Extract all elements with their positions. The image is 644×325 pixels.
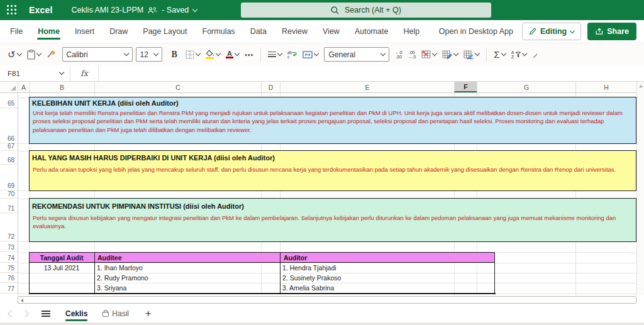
find-button[interactable] <box>532 50 537 59</box>
editing-mode-button[interactable]: Editing <box>522 23 581 40</box>
autosum-button[interactable]: Σ <box>494 49 505 60</box>
sheet-list-menu-icon[interactable] <box>42 311 50 317</box>
column-header-h[interactable]: H <box>575 82 636 92</box>
row-header-65[interactable]: 65 <box>0 97 18 108</box>
wrap-text-button[interactable]: abc <box>287 50 297 58</box>
format-painter-button[interactable] <box>47 50 57 59</box>
row-header-72[interactable]: 72 <box>0 213 18 241</box>
scroll-left-icon[interactable] <box>21 299 23 302</box>
saved-status: - Saved <box>162 6 189 14</box>
bold-button[interactable]: B <box>172 50 177 60</box>
row-header-71[interactable]: 71 <box>0 199 18 213</box>
undo-button[interactable]: ↺ <box>8 50 21 59</box>
formula-input[interactable] <box>99 65 644 81</box>
row-header-70[interactable]: 70 <box>0 190 18 199</box>
column-header-a[interactable]: A <box>18 82 29 92</box>
menu-automate[interactable]: Automate <box>347 20 396 43</box>
more-font-options-button[interactable]: ••• <box>245 51 254 58</box>
decrease-decimal-button[interactable]: .00→.0 <box>408 50 416 59</box>
format-as-table-button[interactable] <box>421 50 436 58</box>
column-header-c[interactable]: C <box>94 82 261 92</box>
menu-data[interactable]: Data <box>243 20 274 43</box>
sheet-tab-hasil[interactable]: Hasil <box>103 304 129 322</box>
font-size-combo[interactable]: 12 <box>136 47 162 62</box>
cell-auditee-3[interactable]: 3. Sriyana <box>97 283 273 293</box>
search-bar[interactable]: Search (Alt + Q) <box>241 3 491 18</box>
fill-color-button[interactable] <box>206 50 220 59</box>
row-header-76[interactable]: 76 <box>0 273 18 283</box>
row-header-74[interactable]: 74 <box>0 252 18 263</box>
menu-formulas[interactable]: Formulas <box>195 20 243 43</box>
document-title[interactable]: Ceklis AMI 23-LPPM - Saved <box>72 6 197 14</box>
row-header-75[interactable]: 75 <box>0 263 18 273</box>
share-button[interactable]: Share <box>587 23 636 40</box>
saved-chevron-icon[interactable] <box>192 6 197 11</box>
section-perbaikan-body-cell[interactable]: Perlu ada uraian tupoksi yang lebih jela… <box>29 165 636 191</box>
number-format-combo[interactable]: General <box>324 47 389 62</box>
menu-page-layout[interactable]: Page Layout <box>135 20 194 43</box>
font-color-button[interactable]: A <box>226 50 239 58</box>
column-header-b[interactable]: B <box>29 82 94 92</box>
cell-auditor-1[interactable]: 1. Hendra Tjahjadi <box>282 263 484 273</box>
section-kelebihan-title-cell[interactable]: KELEBIHAN UNIT KERJA (diisi oleh Auditor… <box>29 97 636 109</box>
menu-draw[interactable]: Draw <box>102 20 135 43</box>
menu-help[interactable]: Help <box>396 20 427 43</box>
sheet-tab-ceklis[interactable]: Ceklis <box>65 304 87 322</box>
wrap-text-icon: abc <box>287 50 297 58</box>
row-header-66[interactable]: 66 <box>0 108 18 143</box>
name-box[interactable]: F81 <box>0 65 70 81</box>
menu-view[interactable]: View <box>315 20 347 43</box>
section-rekomendasi-title-cell[interactable]: REKOMENDASI UNTUK PIMPINAN INSTITUSI (di… <box>29 198 636 214</box>
cell-styles-button[interactable] <box>464 50 479 59</box>
cell-auditor-3[interactable]: 3. Amelia Sabrina <box>282 283 484 293</box>
cell-auditee-1[interactable]: 1. Ihan Martoyo <box>97 263 273 273</box>
menu-home[interactable]: Home <box>30 20 67 43</box>
row-header-67[interactable]: 67 <box>0 143 18 151</box>
open-in-desktop-button[interactable]: Open in Desktop App <box>439 27 513 36</box>
menu-insert[interactable]: Insert <box>67 20 102 43</box>
worksheet-grid[interactable]: 65 66 67 68 69 70 71 72 73 74 75 76 77 K… <box>0 93 636 295</box>
audit-table-header-auditor[interactable]: Auditor <box>281 253 489 262</box>
font-name-combo[interactable]: Calibri <box>62 47 133 62</box>
audit-table-header-tanggal[interactable]: Tanggal Audit <box>30 253 94 262</box>
section-rekomendasi-body-cell[interactable]: Perlu segera disusun kebijakan yang meng… <box>29 213 636 242</box>
section-kelebihan-body-cell[interactable]: Unit kerja telah memiliki Renstra peneli… <box>29 108 636 144</box>
column-header-e[interactable]: E <box>280 82 454 92</box>
sheet-nav-prev-icon[interactable] <box>8 310 14 317</box>
paste-button[interactable] <box>27 50 41 60</box>
align-button[interactable] <box>268 52 282 57</box>
horizontal-scrollbar[interactable] <box>18 296 636 304</box>
svg-text:c: c <box>287 55 290 58</box>
column-header-f-selected[interactable]: F <box>454 82 477 92</box>
menu-review[interactable]: Review <box>274 20 315 43</box>
audit-table-header-auditee[interactable]: Auditee <box>95 253 277 262</box>
scroll-up-icon[interactable] <box>639 85 643 87</box>
row-header-68[interactable]: 68 <box>0 151 18 165</box>
cell-styles-icon <box>464 50 474 59</box>
name-box-chevron-icon <box>59 70 64 75</box>
borders-icon <box>186 50 194 59</box>
sheet-nav-next-icon[interactable] <box>21 310 28 317</box>
add-sheet-button[interactable]: + <box>145 308 151 319</box>
row-header-77[interactable]: 77 <box>0 283 18 294</box>
fx-button[interactable]: fx <box>70 65 99 81</box>
menu-file[interactable]: File <box>3 20 30 43</box>
app-launcher-icon[interactable] <box>6 4 18 16</box>
cell-tanggal-audit-value[interactable]: 13 Juli 2021 <box>29 263 94 273</box>
row-header-69[interactable]: 69 <box>0 165 18 190</box>
column-header-d[interactable]: D <box>261 82 280 92</box>
vertical-scrollbar[interactable] <box>636 82 644 295</box>
merge-cells-button[interactable] <box>303 51 318 58</box>
increase-decimal-button[interactable]: ←0.00 <box>395 50 402 59</box>
audit-table-header-row[interactable]: Tanggal Audit Auditee Auditor <box>29 252 495 263</box>
section-perbaikan-title-cell[interactable]: HAL YANG MASIH HARUS DIPERBAIKI DI UNIT … <box>29 150 636 165</box>
row-header-73[interactable]: 73 <box>0 241 18 252</box>
cell-auditee-2[interactable]: 2. Rudy Pramono <box>97 273 273 283</box>
cell-auditor-2[interactable]: 2. Susinety Prakoso <box>282 273 484 283</box>
conditional-formatting-button[interactable] <box>442 50 458 59</box>
borders-button[interactable] <box>186 50 200 59</box>
column-header-g[interactable]: G <box>477 82 575 92</box>
select-all-corner[interactable] <box>0 82 18 92</box>
sort-filter-button[interactable]: AZ <box>511 50 526 58</box>
number-format-chevron-icon <box>380 51 386 56</box>
